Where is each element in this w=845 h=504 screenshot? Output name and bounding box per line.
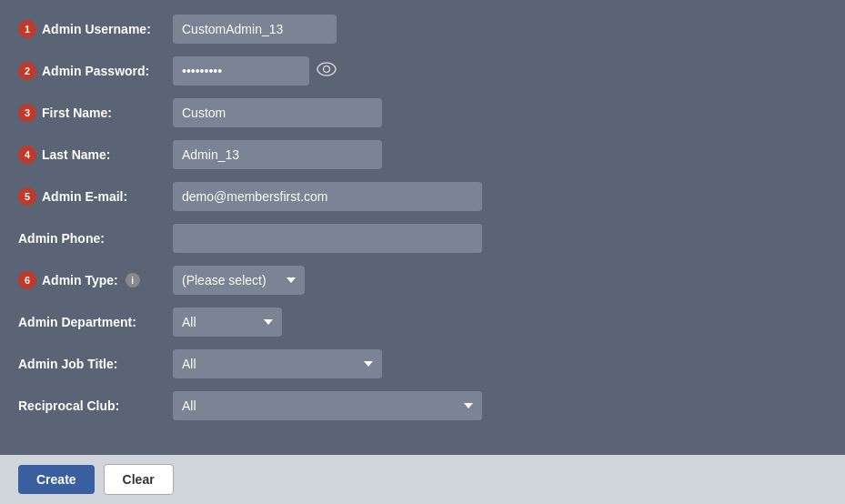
last-name-label: 4 Last Name: — [18, 146, 173, 164]
svg-point-0 — [317, 63, 336, 76]
svg-point-1 — [324, 66, 330, 72]
admin-department-label: Admin Department: — [18, 315, 173, 329]
admin-username-label: 1 Admin Username: — [18, 20, 173, 38]
password-wrapper — [173, 56, 337, 86]
admin-job-title-label: Admin Job Title: — [18, 357, 173, 371]
show-password-icon[interactable] — [317, 62, 337, 81]
admin-job-title-row: Admin Job Title: All Title 1 Title 2 — [18, 349, 827, 378]
admin-phone-input[interactable] — [173, 224, 482, 253]
first-name-label: 3 First Name: — [18, 104, 173, 122]
badge-4: 4 — [18, 146, 36, 164]
footer-bar: Create Clear — [0, 455, 845, 504]
admin-email-input[interactable] — [173, 182, 482, 211]
admin-phone-row: Admin Phone: — [18, 224, 827, 253]
admin-password-label: 2 Admin Password: — [18, 62, 173, 80]
reciprocal-club-label: Reciprocal Club: — [18, 398, 173, 413]
last-name-row: 4 Last Name: — [18, 140, 827, 169]
admin-email-row: 5 Admin E-mail: — [18, 182, 827, 211]
admin-type-row: 6 Admin Type: i (Please select) Type 1 T… — [18, 266, 827, 295]
admin-department-select[interactable]: All Department 1 Department 2 — [173, 307, 282, 337]
badge-6: 6 — [18, 271, 36, 289]
reciprocal-club-select[interactable]: All Club 1 Club 2 — [173, 391, 482, 420]
badge-5: 5 — [18, 187, 36, 206]
badge-3: 3 — [18, 104, 36, 122]
admin-email-label: 5 Admin E-mail: — [18, 187, 173, 206]
admin-username-input[interactable] — [173, 15, 337, 44]
last-name-input[interactable] — [173, 140, 382, 169]
admin-department-row: Admin Department: All Department 1 Depar… — [18, 307, 827, 337]
admin-type-select[interactable]: (Please select) Type 1 Type 2 — [173, 266, 305, 295]
admin-password-row: 2 Admin Password: — [18, 56, 827, 86]
reciprocal-club-select-wrapper: All Club 1 Club 2 — [173, 391, 482, 420]
admin-job-title-select-wrapper: All Title 1 Title 2 — [173, 349, 382, 378]
first-name-input[interactable] — [173, 98, 382, 127]
admin-type-info-icon[interactable]: i — [126, 273, 140, 287]
admin-password-input[interactable] — [173, 56, 309, 86]
admin-username-row: 1 Admin Username: — [18, 15, 827, 44]
admin-type-label: 6 Admin Type: i — [18, 271, 173, 289]
admin-department-select-wrapper: All Department 1 Department 2 — [173, 307, 282, 337]
clear-button[interactable]: Clear — [104, 464, 174, 495]
admin-job-title-select[interactable]: All Title 1 Title 2 — [173, 349, 382, 378]
badge-1: 1 — [18, 20, 36, 38]
admin-type-select-wrapper: (Please select) Type 1 Type 2 — [173, 266, 305, 295]
create-button[interactable]: Create — [18, 465, 95, 494]
badge-2: 2 — [18, 62, 36, 80]
form-container: 1 Admin Username: 2 Admin Password: 3 Fi… — [0, 0, 845, 504]
admin-phone-label: Admin Phone: — [18, 231, 173, 246]
reciprocal-club-row: Reciprocal Club: All Club 1 Club 2 — [18, 391, 827, 420]
first-name-row: 3 First Name: — [18, 98, 827, 127]
